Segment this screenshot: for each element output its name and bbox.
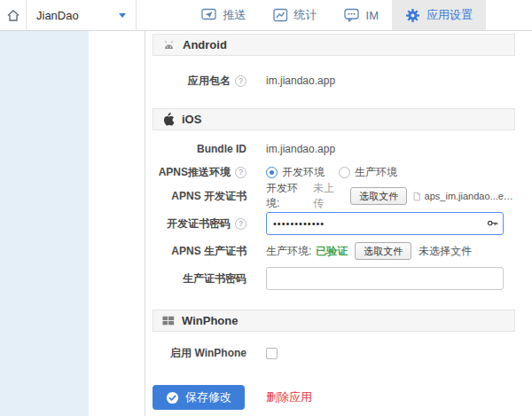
dev-cert-row: APNS 开发证书 开发环境: 未上传 选取文件 aps_im.jiandao.… [153,184,515,208]
dev-cert-file: aps_im.jiandao...ent_larry.p12 [413,191,515,202]
check-circle-icon [166,391,179,404]
radio-prod-env-label: 生产环境 [355,165,397,180]
save-button[interactable]: 保存修改 [153,385,245,410]
radio-option-prod-env[interactable]: 生产环境 [339,165,397,180]
save-button-label: 保存修改 [185,389,231,405]
form-actions: 保存修改 删除应用 [153,385,532,410]
prod-cert-row: APNS 生产证书 生产环境: 已验证 选取文件 未选择文件 [153,239,515,263]
left-sidebar [0,31,89,416]
radio-dev-env-label: 开发环境 [282,165,325,180]
windows-icon [162,315,175,326]
nav-item-label: IM [366,9,379,22]
dev-cert-label: APNS 开发证书 [171,189,246,204]
prod-password-row: 生产证书密码 [153,263,515,294]
enable-winphone-checkbox[interactable] [266,348,278,359]
dev-password-input[interactable] [266,212,504,235]
nav-item-app-settings[interactable]: 应用设置 [392,0,486,30]
prod-cert-status: 已验证 [316,244,348,259]
enable-winphone-label: 启用 WinPhone [170,346,246,361]
dev-cert-filename: aps_im.jiandao...ent_larry.p12 [425,191,515,201]
section-ios: iOS Bundle ID im.jiandao.app APNS推送环境 ? [153,108,515,306]
bundle-id-value: im.jiandao.app [266,143,335,155]
help-icon[interactable]: ? [235,75,246,87]
gear-icon [405,8,420,23]
section-title: Android [183,38,227,51]
android-section-header: Android [153,34,515,56]
home-button[interactable] [0,0,27,30]
apns-env-radio-group: 开发环境 生产环境 [266,165,397,180]
nav-item-label: 统计 [294,7,317,23]
stats-icon [273,8,288,22]
radio-dev-env-selected[interactable] [266,167,278,178]
android-icon [162,39,176,51]
dev-cert-env-prefix: 开发环境: [266,181,309,211]
password-key-icon[interactable] [487,217,498,232]
file-icon [413,191,420,202]
section-title: WinPhone [182,314,238,327]
settings-panel: Android 应用包名 ? im.jiandao.app iOS Bundle… [145,31,532,416]
prod-cert-file-status: 未选择文件 [419,244,472,259]
dev-cert-status: 未上传 [313,181,343,211]
package-name-label: 应用包名 [188,74,231,89]
radio-option-dev-env[interactable]: 开发环境 [266,165,325,180]
app-selector-label: JianDao [36,9,119,22]
prod-password-input[interactable] [266,267,504,290]
prod-password-label: 生产证书密码 [183,271,246,286]
dev-password-label: 开发证书密码 [167,216,231,232]
nav-item-label: 推送 [223,7,246,23]
help-icon[interactable]: ? [235,167,246,178]
app-selector-dropdown[interactable]: JianDao [27,0,137,30]
section-android: Android 应用包名 ? im.jiandao.app [153,34,515,94]
prod-cert-label: APNS 生产证书 [171,244,246,259]
nav-item-label: 应用设置 [426,7,473,23]
radio-prod-env-unselected[interactable] [339,167,350,178]
section-winphone: WinPhone 启用 WinPhone [153,310,515,365]
topbar: JianDao 推送 统计 IM [0,0,532,31]
apns-env-label: APNS推送环境 [159,165,231,180]
im-chat-icon [344,8,360,22]
winphone-section-header: WinPhone [153,310,515,332]
choose-file-button[interactable]: 选取文件 [350,187,407,205]
apple-icon [162,113,175,127]
nav-item-stats[interactable]: 统计 [260,0,331,30]
package-name-value: im.jiandao.app [266,75,335,87]
dev-password-row: 开发证书密码 ? [153,208,515,239]
enable-winphone-row: 启用 WinPhone [153,341,515,365]
home-icon [6,9,20,22]
package-name-label-group: 应用包名 ? [153,74,246,89]
push-icon [201,8,217,22]
choose-file-button[interactable]: 选取文件 [355,242,411,260]
package-name-row: 应用包名 ? im.jiandao.app [153,67,515,94]
top-nav: 推送 统计 IM [188,0,486,30]
ios-section-header: iOS [153,108,515,130]
help-icon[interactable]: ? [235,218,246,230]
bundle-id-row: Bundle ID im.jiandao.app [153,137,515,161]
delete-app-link[interactable]: 删除应用 [266,389,312,405]
bundle-id-label: Bundle ID [197,143,246,155]
nav-item-push[interactable]: 推送 [188,0,260,30]
nav-item-im[interactable]: IM [331,0,392,30]
section-title: iOS [182,113,201,126]
chevron-down-icon [119,13,126,18]
prod-cert-env-prefix: 生产环境: [266,244,311,259]
